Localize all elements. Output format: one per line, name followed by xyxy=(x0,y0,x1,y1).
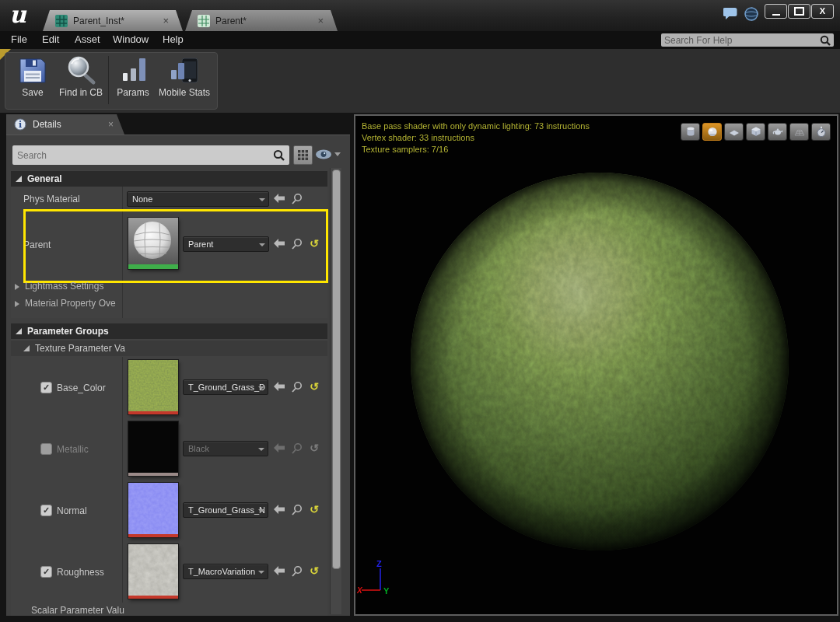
menu-asset[interactable]: Asset xyxy=(75,33,100,45)
material-property-overrides-row[interactable]: Material Property Ove xyxy=(25,298,116,309)
normal-texture-dropdown[interactable]: T_Ground_Grass_N xyxy=(183,502,268,518)
cylinder-icon xyxy=(684,126,697,138)
details-search-input[interactable] xyxy=(12,150,272,161)
menu-help[interactable]: Help xyxy=(163,33,184,45)
browse-to-asset-magnifier-icon[interactable] xyxy=(291,442,305,455)
collapsed-triangle-icon[interactable] xyxy=(15,301,19,307)
roughness-override-checkbox[interactable] xyxy=(40,566,52,578)
browse-to-asset-magnifier-icon[interactable] xyxy=(291,504,305,516)
browse-to-asset-magnifier-icon[interactable] xyxy=(291,238,305,250)
parent-label: Parent xyxy=(23,239,51,250)
network-globe-icon[interactable] xyxy=(744,6,759,22)
close-window-button[interactable]: X xyxy=(811,4,834,19)
texture-parameter-group-header[interactable]: Texture Parameter Va xyxy=(11,341,327,356)
view-options-button[interactable] xyxy=(315,149,341,160)
material-preview-viewport[interactable]: Base pass shader with only dynamic light… xyxy=(354,114,838,616)
reset-to-default-icon[interactable]: ↺ xyxy=(310,504,319,515)
use-selected-asset-arrow-icon[interactable] xyxy=(273,239,287,251)
use-selected-asset-arrow-icon[interactable] xyxy=(273,505,287,517)
asset-tab-parent-inst[interactable]: Parent_Inst* × xyxy=(43,10,183,31)
realtime-preview-toggle-button[interactable] xyxy=(811,123,831,141)
menu-edit[interactable]: Edit xyxy=(42,33,59,45)
details-scrollbar[interactable] xyxy=(330,168,341,614)
metallic-label: Metallic xyxy=(57,444,89,455)
asset-tab-parent[interactable]: Parent* × xyxy=(185,10,338,31)
use-selected-asset-arrow-icon[interactable] xyxy=(273,566,287,578)
svg-text:i: i xyxy=(19,120,22,130)
browse-to-asset-magnifier-icon[interactable] xyxy=(291,193,305,205)
save-icon xyxy=(17,55,48,86)
reset-to-default-icon[interactable]: ↺ xyxy=(310,565,319,576)
normal-texture-thumbnail[interactable] xyxy=(128,483,178,537)
unreal-engine-logo-icon: u xyxy=(9,1,26,29)
params-button[interactable]: Params xyxy=(111,55,155,105)
scrollbar-thumb[interactable] xyxy=(332,169,341,569)
metallic-override-checkbox[interactable] xyxy=(40,443,52,455)
section-header-parameter-groups[interactable]: Parameter Groups xyxy=(11,323,327,339)
details-search-box xyxy=(12,145,289,165)
preview-shape-cylinder-button[interactable] xyxy=(681,123,700,141)
roughness-texture-dropdown[interactable]: T_MacroVariation xyxy=(183,564,268,579)
lightmass-settings-row[interactable]: Lightmass Settings xyxy=(25,281,103,292)
parent-material-thumbnail[interactable] xyxy=(128,218,178,269)
menu-file[interactable]: File xyxy=(11,33,27,45)
reset-to-default-icon[interactable]: ↺ xyxy=(310,381,319,392)
minimize-button[interactable] xyxy=(765,4,787,19)
find-in-cb-magnifier-icon xyxy=(65,55,96,86)
save-button[interactable]: Save xyxy=(10,55,55,105)
unreal-material-instance-editor: u Parent_Inst* × Parent* × X File Edit A… xyxy=(0,0,840,622)
preview-sphere-canvas[interactable] xyxy=(355,116,837,614)
roughness-texture-thumbnail[interactable] xyxy=(128,544,178,599)
close-tab-icon[interactable]: × xyxy=(163,16,169,26)
asset-toolbar: Save Find in CB Params xyxy=(0,49,840,113)
browse-to-asset-magnifier-icon[interactable] xyxy=(291,381,305,393)
base-color-texture-thumbnail[interactable] xyxy=(128,360,178,414)
find-in-content-browser-button[interactable]: Find in CB xyxy=(55,55,107,105)
preview-shape-plane-button[interactable] xyxy=(724,123,744,141)
use-selected-asset-arrow-icon[interactable] xyxy=(273,443,287,456)
preview-shape-cube-button[interactable] xyxy=(746,123,765,141)
mobile-stats-button[interactable]: Mobile Stats xyxy=(155,55,214,105)
scalar-parameter-group-label[interactable]: Scalar Parameter Valu xyxy=(31,605,124,616)
use-selected-asset-arrow-icon[interactable] xyxy=(273,382,287,394)
toolbar-button-group: Save Find in CB Params xyxy=(5,52,218,110)
sphere-icon xyxy=(706,126,719,138)
base-color-override-checkbox[interactable] xyxy=(40,382,52,393)
property-matrix-button[interactable] xyxy=(293,145,313,165)
reset-to-default-icon[interactable]: ↺ xyxy=(310,442,319,453)
axis-y-label: Y xyxy=(383,586,390,596)
close-details-tab-icon[interactable]: × xyxy=(108,119,114,130)
parent-dropdown[interactable]: Parent xyxy=(183,236,269,252)
axis-gizmo: Z X Y xyxy=(357,557,411,605)
details-panel-tab[interactable]: i Details × xyxy=(6,114,124,135)
menu-window[interactable]: Window xyxy=(113,33,149,45)
stats-line-vertex-shader: Vertex shader: 33 instructions xyxy=(362,132,590,144)
viewport-grid-toggle-button[interactable] xyxy=(789,123,809,141)
maximize-button[interactable] xyxy=(788,4,810,19)
asset-tab-label: Parent* xyxy=(215,16,247,26)
phys-material-dropdown[interactable]: None xyxy=(127,191,269,207)
use-selected-asset-arrow-icon[interactable] xyxy=(273,194,287,206)
browse-to-asset-magnifier-icon[interactable] xyxy=(291,565,305,578)
feedback-chat-icon[interactable] xyxy=(723,6,739,20)
search-icon xyxy=(819,34,831,47)
metallic-texture-thumbnail[interactable] xyxy=(128,421,178,476)
help-search-input[interactable] xyxy=(661,35,819,46)
collapsed-triangle-icon[interactable] xyxy=(15,284,19,290)
stats-line-texture-samplers: Texture samplers: 7/16 xyxy=(362,144,590,156)
material-instance-icon xyxy=(55,15,68,27)
phys-material-label: Phys Material xyxy=(23,194,80,204)
preview-mesh-teapot-button[interactable] xyxy=(768,123,787,141)
close-tab-icon[interactable]: × xyxy=(317,16,324,26)
normal-override-checkbox[interactable] xyxy=(40,505,52,516)
window-tab-bar: u Parent_Inst* × Parent* × X xyxy=(0,0,840,31)
search-icon xyxy=(272,149,285,162)
plane-icon xyxy=(728,126,740,138)
section-header-general[interactable]: General xyxy=(11,171,327,187)
reset-to-default-icon[interactable]: ↺ xyxy=(310,238,319,249)
shader-stats: Base pass shader with only dynamic light… xyxy=(362,121,590,156)
base-color-texture-dropdown[interactable]: T_Ground_Grass_D xyxy=(183,379,268,395)
preview-shape-sphere-button[interactable] xyxy=(702,123,722,141)
metallic-texture-dropdown[interactable]: Black xyxy=(183,441,268,456)
section-title: Parameter Groups xyxy=(27,326,109,337)
